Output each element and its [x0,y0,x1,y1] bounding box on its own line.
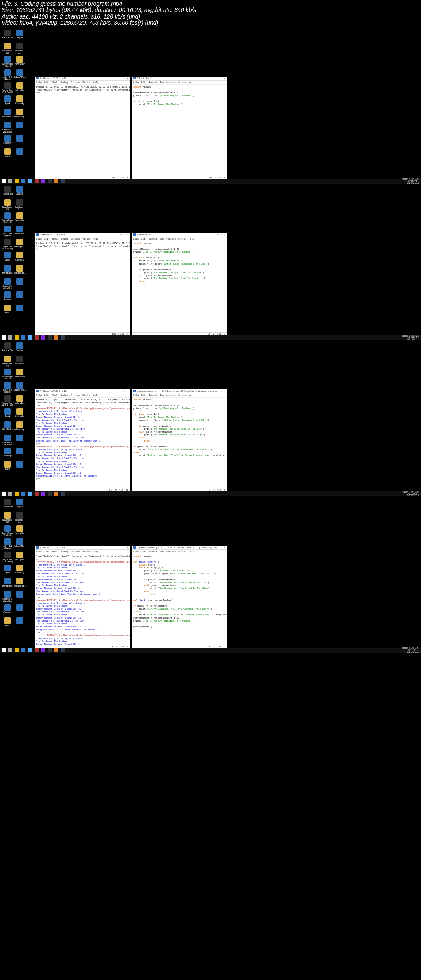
desktop-icon[interactable]: pythonprog… [14,109,25,121]
desktop-icon[interactable]: record [2,305,13,317]
desktop-icon[interactable]: New folder [14,212,25,225]
minimize-button[interactable]: — [120,389,122,393]
idle-editor-window[interactable]: *Untitled*—☐✕FileEditFormatRunOptionsWin… [132,233,227,336]
taskbar[interactable]: SRP 9:08 AM5/13/2019 [0,335,421,340]
menu-item[interactable]: Shell [52,81,59,84]
desktop-icon[interactable] [14,148,25,161]
menu-item[interactable]: Format [149,81,157,84]
desktop-icon[interactable]: kak-linux-2… [14,512,25,524]
menu-item[interactable]: Shell [52,550,59,553]
menu-bar[interactable]: FileEditFormatRunOptionsWindowHelp [132,550,227,554]
desktop-icon[interactable]: Recycle Bin [2,499,13,511]
menu-bar[interactable]: FileEditFormatRunOptionsWindowHelp [132,393,227,398]
shell-output[interactable]: Type "help", "copyright", "credits" or "… [35,554,130,645]
maximize-button[interactable]: ☐ [221,546,222,549]
desktop-icon[interactable]: Recycle Bin [2,30,13,42]
menu-item[interactable]: File [36,550,42,553]
desktop-icon[interactable]: nRun 3.4 (1).exe [2,382,13,394]
taskbar-item-icon[interactable] [21,492,25,496]
desktop-icon[interactable]: Sony Vegas Pro 13.0 Bui… [2,369,13,381]
desktop-icon[interactable]: New folder [14,369,25,381]
desktop-icon[interactable]: nRun 3.4 (1).exe [2,226,13,238]
taskbar-item-icon[interactable] [35,179,39,183]
window-titlebar[interactable]: Python 3.7.3 Shell—☐✕ [35,77,130,81]
menu-item[interactable]: File [133,81,139,84]
desktop-icon[interactable]: pythonprog… [14,578,25,590]
maximize-button[interactable]: ☐ [124,77,125,80]
desktop-icon[interactable]: New folder [14,525,25,538]
menu-item[interactable]: Window [83,550,91,553]
desktop-icon[interactable]: HandBrake [2,421,13,434]
desktop-icon[interactable]: OrdinalTPo… [14,69,25,81]
taskbar-item-icon[interactable] [61,335,65,340]
menu-item[interactable]: Help [93,237,98,240]
close-button[interactable]: ✕ [127,546,128,549]
desktop-icon[interactable]: CoursePy [14,95,25,108]
menu-bar[interactable]: FileEditFormatRunOptionsWindowHelp [132,81,227,85]
menu-item[interactable]: Window [83,237,91,240]
menu-bar[interactable]: FileEditShellDebugOptionsWindowHelp [35,81,130,85]
desktop-icon[interactable]: Sony Vegas Pro 13.0 Bui… [2,212,13,225]
taskbar-item-icon[interactable] [8,179,12,183]
taskbar-item-icon[interactable] [8,335,12,340]
desktop-icon[interactable]: Vegas Pro 13.0 (64-bit) [2,239,13,251]
taskbar-item-icon[interactable] [2,492,6,496]
taskbar-item-icon[interactable] [15,335,19,340]
shell-output[interactable]: Python 3.7.3 (v3.7.3:ef4ec6ed12, Mar 25 … [35,241,130,332]
desktop-icon[interactable] [14,435,25,447]
menu-item[interactable]: Run [160,394,164,397]
desktop-icon[interactable]: Spack [2,408,13,421]
desktop-icon[interactable]: CoursePy [14,408,25,421]
menu-item[interactable]: Options [166,550,176,553]
taskbar[interactable]: SRP 9:08 AM5/13/2019 [0,648,421,653]
taskbar-item-icon[interactable] [48,648,52,652]
code-editor[interactable]: import random secretNumber = random.rand… [132,85,227,176]
taskbar-item-icon[interactable] [61,648,65,652]
desktop-icon[interactable]: New folder (1) [2,512,13,524]
menu-item[interactable]: Help [93,394,98,397]
maximize-button[interactable]: ☐ [221,233,222,236]
taskbar-item-icon[interactable] [15,179,19,183]
desktop-icon[interactable]: nRun 3.4 (1).exe [2,538,13,551]
desktop-icon[interactable]: Recycle Bin [2,342,13,355]
taskbar-item-icon[interactable] [35,335,39,340]
window-titlebar[interactable]: *guessnumber.py - C:/Users/bura2/Desktop… [132,546,227,550]
taskbar-item-icon[interactable] [15,492,19,496]
desktop-icon[interactable]: Audacity [2,291,13,304]
desktop-icon[interactable]: New folder (1) [2,43,13,55]
desktop-icon[interactable] [14,135,25,147]
maximize-button[interactable]: ☐ [221,389,222,393]
menu-item[interactable]: Debug [61,394,68,397]
menu-bar[interactable]: FileEditFormatRunOptionsWindowHelp [132,237,227,241]
desktop-icon[interactable]: pythonprog… [14,421,25,434]
taskbar-item-icon[interactable] [35,492,39,496]
taskbar-item-icon[interactable] [54,648,58,652]
idle-editor-window[interactable]: *Untitled*—☐✕FileEditFormatRunOptionsWin… [132,77,227,179]
desktop-icon[interactable] [14,122,25,134]
menu-item[interactable]: Options [70,237,80,240]
taskbar-item-icon[interactable] [54,492,58,496]
code-editor[interactable]: import random secretNumber = random.rand… [132,398,227,489]
taskbar-item-icon[interactable] [2,335,6,340]
taskbar-item-icon[interactable] [48,335,52,340]
desktop-icon[interactable] [14,305,25,317]
window-titlebar[interactable]: Python 3.7.3 Shell—☐✕ [35,389,130,393]
menu-bar[interactable]: FileEditShellDebugOptionsWindowHelp [35,237,130,241]
menu-item[interactable]: Options [166,394,176,397]
window-titlebar[interactable]: *Untitled*—☐✕ [132,233,227,237]
desktop-icon[interactable]: HackingBo… [14,552,25,564]
taskbar-item-icon[interactable] [21,648,25,652]
desktop-icon[interactable]: Oracle VM VirtualBox [2,122,13,134]
taskbar-item-icon[interactable] [2,648,6,652]
menu-item[interactable]: Debug [61,81,68,84]
menu-item[interactable]: Help [189,394,194,397]
menu-item[interactable]: Edit [44,394,49,397]
desktop-icon[interactable] [14,591,25,603]
minimize-button[interactable]: — [217,77,219,80]
desktop-icon[interactable]: HackingBo… [14,239,25,251]
desktop-icon[interactable]: OrdinalTPo… [14,382,25,394]
maximize-button[interactable]: ☐ [124,389,125,393]
desktop-icon[interactable]: Vegas Pro 13.0 (64-bit) [2,82,13,95]
python-shell-window[interactable]: Python 3.7.3 Shell—☐✕FileEditShellDebugO… [35,389,130,492]
menu-item[interactable]: Format [149,394,157,397]
